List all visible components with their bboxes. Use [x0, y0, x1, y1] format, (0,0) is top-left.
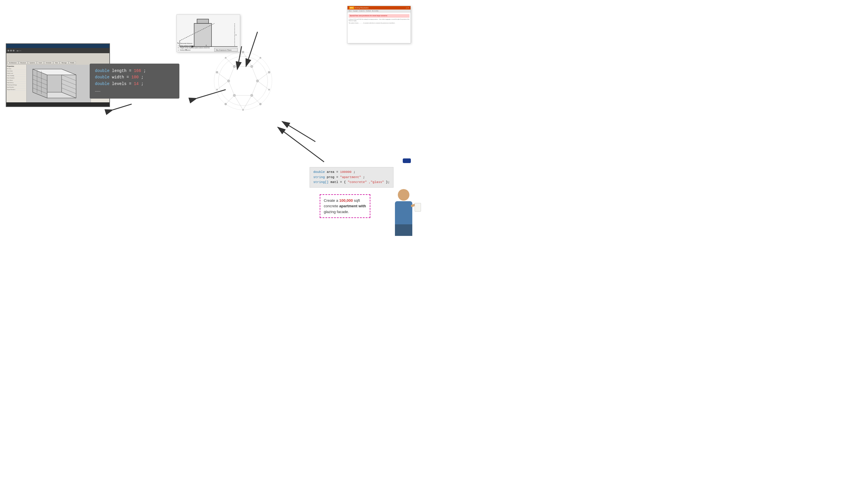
svg-text:v: v — [236, 34, 237, 36]
revit-properties-panel: Properties 3D View View Scale Detail Lev… — [6, 65, 27, 102]
zoning-resolution-title: Zoning Resolution — [355, 7, 369, 9]
person-legs — [395, 224, 412, 236]
svg-line-63 — [217, 72, 228, 81]
svg-line-57 — [257, 81, 269, 90]
person-body — [395, 201, 412, 224]
code-number-1: 166 — [134, 68, 141, 73]
snippet-line-1: double area = 100000 ; — [313, 170, 390, 175]
zr-subsection: Special floor area provisions for street… — [349, 14, 409, 18]
code-keyword-1: double — [95, 68, 110, 73]
svg-line-55 — [252, 58, 260, 66]
private-async-button[interactable] — [403, 158, 411, 163]
person-figure — [391, 189, 416, 235]
svg-line-69 — [228, 81, 235, 95]
code-line-1: double length = 166 ; — [95, 68, 174, 74]
sky-label-h: h - Height of sky exposure plane above s… — [178, 47, 210, 49]
svg-line-54 — [243, 52, 252, 66]
svg-line-66 — [252, 66, 257, 81]
svg-point-35 — [214, 52, 272, 110]
code-keyword-2: double — [95, 75, 110, 79]
svg-line-56 — [257, 72, 269, 81]
sky-label-s: s - Initial setback distance — [178, 45, 210, 47]
ribbon-structure[interactable]: Structure — [19, 61, 28, 64]
sky-label-a: a - Horizontal distance — [178, 42, 210, 45]
svg-line-53 — [235, 52, 243, 66]
zr-nav-copyright[interactable]: Copyright — [353, 10, 358, 11]
svg-line-5 — [113, 104, 132, 110]
sky-exposure-diagram: a h v s Sky Exposure Plane a - Horizonta… — [177, 14, 240, 52]
svg-line-6 — [278, 127, 324, 162]
code-keyword-3: double — [95, 82, 110, 86]
code-line-2: double width = 100 ; — [95, 74, 174, 80]
snippet-line-3: string[] matl = { "concrete" ,"glass" }; — [313, 180, 390, 185]
svg-line-58 — [252, 95, 260, 104]
revit-3d-viewport — [27, 65, 91, 102]
code-box: double length = 166 ; double width = 100… — [90, 64, 179, 99]
zr-nav-contact[interactable]: Contact Us — [359, 10, 365, 11]
chat-bold-text: apartment with — [339, 204, 366, 208]
zr-nav-about[interactable]: About — [349, 10, 351, 11]
svg-line-59 — [243, 95, 252, 110]
svg-line-7 — [282, 122, 315, 142]
svg-line-61 — [226, 95, 235, 104]
code-number-3: 14 — [134, 82, 138, 86]
code-dots: …… — [95, 87, 174, 95]
person-head — [398, 189, 409, 201]
svg-line-70 — [228, 66, 235, 81]
zr-nav-accessibility[interactable]: Accessibility — [372, 10, 378, 11]
zr-extra-content: In Section 23-14 and 23-154, the existin… — [349, 19, 409, 24]
sky-label-v: v - Vertical distance — [178, 49, 210, 52]
ribbon-architecture[interactable]: Architecture — [7, 61, 18, 64]
nyc-logo: NYC — [349, 7, 354, 9]
code-snippet-small: double area = 100000 ; string prog = "ap… — [310, 167, 394, 188]
code-line-3: double levels = 14 ; — [95, 80, 174, 87]
svg-line-60 — [235, 95, 243, 110]
zr-nav-feedback[interactable]: Feedback — [366, 10, 371, 11]
zoning-resolution-doc: NYC Zoning Resolution ▢ ✕ About Copyrigh… — [347, 6, 411, 43]
chat-prompt-box: Create a 100,000 sqft concrete apartment… — [320, 194, 370, 218]
svg-point-36 — [218, 56, 268, 105]
svg-line-67 — [252, 81, 257, 95]
svg-line-62 — [217, 81, 228, 90]
svg-rect-24 — [197, 19, 209, 24]
snippet-line-2: string prog = "apartment" ; — [313, 175, 390, 180]
chat-highlight-number: 100,000 — [339, 198, 353, 203]
llm-brain-container — [211, 49, 275, 113]
svg-line-64 — [226, 58, 235, 66]
code-number-2: 100 — [131, 75, 138, 79]
